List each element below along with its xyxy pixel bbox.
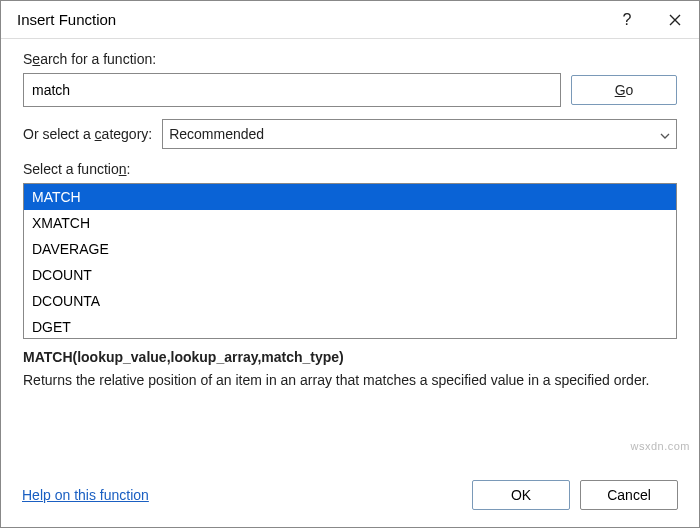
dialog-title: Insert Function	[17, 11, 603, 28]
category-selected-value: Recommended	[169, 126, 264, 142]
help-button[interactable]: ?	[603, 1, 651, 39]
function-description: Returns the relative position of an item…	[23, 371, 677, 389]
search-label: Search for a function:	[23, 51, 156, 67]
list-item[interactable]: MATCH	[24, 184, 676, 210]
cancel-button[interactable]: Cancel	[580, 480, 678, 510]
function-signature: MATCH(lookup_value,lookup_array,match_ty…	[23, 349, 677, 365]
titlebar: Insert Function ?	[1, 1, 699, 39]
list-item[interactable]: DGET	[24, 314, 676, 338]
watermark: wsxdn.com	[630, 440, 690, 452]
list-item[interactable]: DCOUNT	[24, 262, 676, 288]
close-icon	[669, 14, 681, 26]
search-input[interactable]	[23, 73, 561, 107]
list-item[interactable]: DAVERAGE	[24, 236, 676, 262]
list-item[interactable]: XMATCH	[24, 210, 676, 236]
function-list-label: Select a function:	[23, 161, 130, 177]
close-button[interactable]	[651, 1, 699, 39]
ok-button[interactable]: OK	[472, 480, 570, 510]
help-link[interactable]: Help on this function	[22, 487, 462, 503]
question-icon: ?	[623, 11, 632, 29]
dialog-content: Search for a function: Go Or select a ca…	[1, 39, 699, 389]
chevron-down-icon	[660, 126, 670, 142]
function-listbox[interactable]: MATCHXMATCHDAVERAGEDCOUNTDCOUNTADGETDMAX	[23, 183, 677, 339]
dialog-footer: Help on this function OK Cancel	[0, 466, 700, 528]
go-button[interactable]: Go	[571, 75, 677, 105]
category-label: Or select a category:	[23, 126, 152, 142]
category-select[interactable]: Recommended	[162, 119, 677, 149]
list-item[interactable]: DCOUNTA	[24, 288, 676, 314]
